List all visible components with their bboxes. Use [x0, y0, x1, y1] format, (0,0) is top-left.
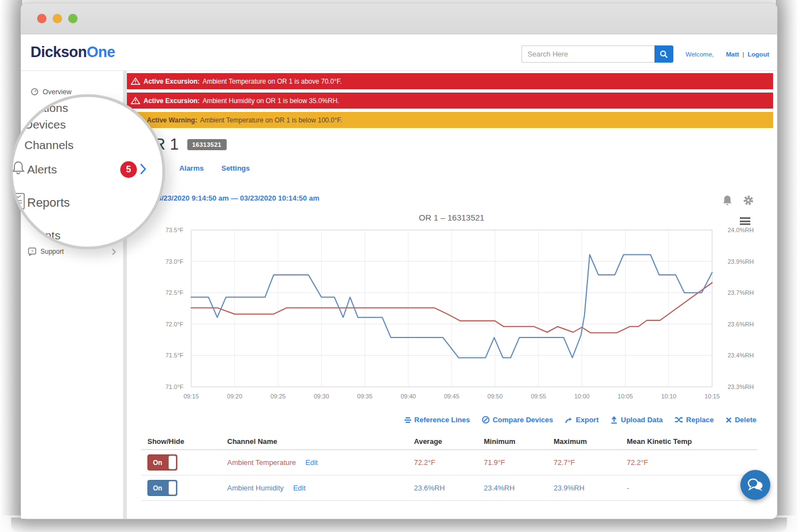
- sidebar-item-reports[interactable]: Reports: [27, 196, 70, 210]
- logout-link[interactable]: Logout: [748, 51, 769, 58]
- toggle-label: On: [153, 459, 162, 467]
- live-chat-button[interactable]: [740, 470, 770, 500]
- window-zoom-button[interactable]: [68, 14, 78, 23]
- device-id-badge: 16313521: [187, 139, 227, 150]
- temperature-toggle[interactable]: On: [147, 454, 177, 470]
- svg-text:10:15: 10:15: [704, 393, 720, 400]
- average-value: 23.6%RH: [408, 484, 478, 492]
- mkt-value: 72.2°F: [621, 458, 758, 467]
- maximum-value: 72.7°F: [548, 458, 621, 467]
- date-range-link[interactable]: 03/23/2020 9:14:50 am — 03/23/2020 10:14…: [154, 194, 319, 202]
- window-close-button[interactable]: [37, 14, 47, 23]
- search-group: [521, 45, 673, 63]
- excursion-banner: Active Excursion: Ambient Humidity on OR…: [127, 93, 773, 109]
- support-icon: ?: [28, 247, 37, 256]
- svg-text:71.5°F: 71.5°F: [165, 352, 183, 359]
- export-button[interactable]: Export: [565, 416, 598, 424]
- delete-button[interactable]: Delete: [725, 416, 756, 424]
- channel-name: Ambient Humidity: [227, 484, 284, 492]
- chart-title: OR 1 – 16313521: [191, 213, 712, 222]
- sidebar-item-channels[interactable]: Channels: [24, 139, 74, 152]
- warning-banner: Active Warning: Ambient Temperature on O…: [127, 112, 773, 128]
- sidebar-item-alerts[interactable]: Alerts: [27, 163, 57, 176]
- svg-text:24.0%RH: 24.0%RH: [728, 227, 754, 233]
- humidity-toggle[interactable]: On: [147, 480, 177, 496]
- tool-label: Delete: [735, 416, 756, 424]
- settings-gear-icon[interactable]: [742, 194, 754, 206]
- sidebar-item-support[interactable]: ? Support: [28, 247, 64, 256]
- link-separator: |: [743, 51, 744, 58]
- svg-text:23.4%RH: 23.4%RH: [728, 352, 754, 359]
- tool-label: Reference Lines: [415, 416, 470, 424]
- frame-edge-bottom: [11, 518, 787, 532]
- svg-text:72.0°F: 72.0°F: [165, 321, 183, 328]
- svg-text:71.0°F: 71.0°F: [165, 383, 183, 390]
- dicksonone-logo: DicksonOne: [30, 44, 115, 61]
- sidebar-item-overview[interactable]: Overview: [30, 88, 71, 96]
- warning-triangle-icon: [131, 77, 140, 85]
- tool-label: Replace: [686, 416, 714, 424]
- sidebar-item-devices[interactable]: Devices: [24, 118, 66, 131]
- svg-text:23.9%RH: 23.9%RH: [728, 258, 754, 265]
- compare-devices-button[interactable]: Compare Devices: [482, 416, 553, 424]
- edit-channel-link[interactable]: Edit: [305, 458, 318, 467]
- sidebar-item-label: Overview: [43, 88, 71, 96]
- browser-window: DicksonOne Welcome, Matt | Logou: [21, 3, 777, 519]
- col-header-maximum: Maximum: [548, 437, 621, 446]
- table-row: On Ambient Temperature Edit 72.2°F 71.9°…: [141, 450, 758, 475]
- svg-text:09:50: 09:50: [488, 393, 503, 400]
- app-header: DicksonOne Welcome, Matt | Logou: [21, 34, 777, 71]
- chart-toolbar: Reference Lines Compare Devices: [404, 416, 756, 424]
- col-header-minimum: Minimum: [478, 437, 548, 446]
- channel-table: Show/Hide Channel Name Average Minimum M…: [141, 433, 758, 501]
- table-header-row: Show/Hide Channel Name Average Minimum M…: [141, 433, 758, 450]
- toggle-label: On: [153, 484, 162, 492]
- magnifier-lens: Locations Devices Channels Alerts 5 Repo…: [10, 94, 165, 249]
- search-button[interactable]: [654, 45, 673, 63]
- tab-settings[interactable]: Settings: [221, 164, 249, 177]
- window-titlebar: [21, 3, 777, 34]
- upload-data-button[interactable]: Upload Data: [610, 416, 663, 424]
- reference-lines-button[interactable]: Reference Lines: [404, 416, 470, 424]
- chat-bubbles-icon: [746, 477, 764, 493]
- table-row: On Ambient Humidity Edit 23.6%RH 23.4%RH…: [141, 475, 758, 501]
- edit-channel-link[interactable]: Edit: [293, 484, 305, 492]
- replace-button[interactable]: Replace: [674, 416, 714, 424]
- alerts-chevron-icon[interactable]: [139, 162, 147, 176]
- maximum-value: 23.9%RH: [548, 484, 621, 492]
- chevron-right-icon[interactable]: [111, 248, 116, 255]
- average-value: 72.2°F: [408, 458, 478, 467]
- banner-text: Ambient Temperature on OR 1 is above 70.…: [202, 78, 341, 85]
- bell-icon: [11, 160, 26, 176]
- banner-title: Active Excursion:: [144, 78, 200, 85]
- alerts-count-badge: 5: [120, 161, 137, 178]
- search-icon: [659, 50, 668, 59]
- shuffle-icon: [674, 416, 683, 423]
- svg-text:09:25: 09:25: [270, 393, 286, 400]
- svg-text:73.5°F: 73.5°F: [165, 227, 183, 233]
- svg-text:10:10: 10:10: [661, 393, 677, 400]
- window-minimize-button[interactable]: [53, 14, 62, 23]
- export-arrow-icon: [565, 416, 573, 424]
- compass-icon: [482, 416, 490, 424]
- main-content: Active Excursion: Ambient Temperature on…: [127, 71, 777, 519]
- alert-banners: Active Excursion: Ambient Temperature on…: [127, 73, 773, 131]
- channel-name: Ambient Temperature: [227, 458, 296, 467]
- svg-text:23.6%RH: 23.6%RH: [728, 321, 754, 328]
- notifications-bell-icon[interactable]: [721, 194, 733, 206]
- logo-primary: Dickson: [30, 44, 87, 60]
- tool-label: Compare Devices: [493, 416, 553, 424]
- screenshot-stage: DicksonOne Welcome, Matt | Logou: [0, 0, 798, 532]
- search-input[interactable]: [521, 45, 654, 63]
- delete-x-icon: [725, 417, 732, 423]
- tab-alarms[interactable]: Alarms: [179, 164, 203, 177]
- svg-text:09:30: 09:30: [314, 393, 329, 400]
- svg-text:10:05: 10:05: [618, 393, 633, 400]
- warning-triangle-icon: [131, 96, 140, 105]
- user-name-link[interactable]: Matt: [726, 51, 739, 58]
- banner-title: Active Warning:: [147, 116, 197, 124]
- col-header-channel: Channel Name: [221, 437, 408, 446]
- welcome-text: Welcome,: [686, 51, 714, 58]
- minimum-value: 23.4%RH: [478, 484, 548, 492]
- svg-text:73.0°F: 73.0°F: [165, 258, 183, 265]
